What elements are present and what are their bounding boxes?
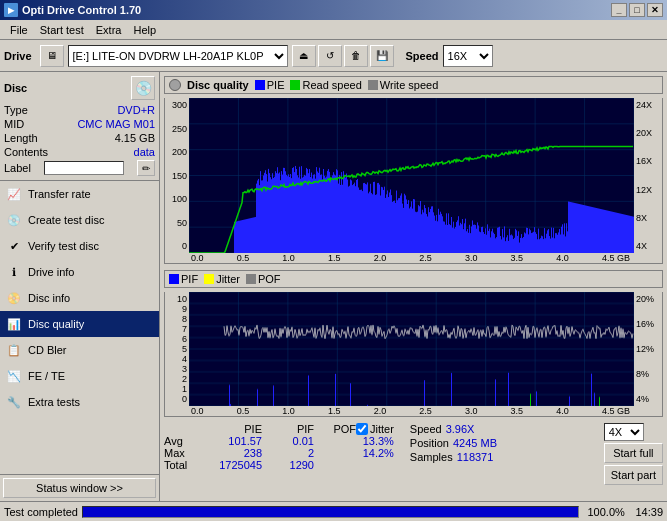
stats-total-label: Total	[164, 459, 200, 471]
legend-write-speed-color	[368, 80, 378, 90]
titlebar: ▶ Opti Drive Control 1.70 _ □ ✕	[0, 0, 667, 20]
nav-create-test-disc-label: Create test disc	[28, 214, 104, 226]
mid-value: CMC MAG M01	[77, 118, 155, 130]
refresh-button[interactable]: ↺	[318, 45, 342, 67]
nav-drive-info-label: Drive info	[28, 266, 74, 278]
nav-disc-info-label: Disc info	[28, 292, 70, 304]
minimize-button[interactable]: _	[611, 3, 627, 17]
type-label: Type	[4, 104, 28, 116]
nav-fe-te[interactable]: 📉 FE / TE	[0, 363, 159, 389]
nav-extra-tests[interactable]: 🔧 Extra tests	[0, 389, 159, 415]
verify-test-disc-icon: ✔	[6, 238, 22, 254]
stats-avg-pie: 101.57	[200, 435, 262, 447]
legend-pie-color	[255, 80, 265, 90]
status-text: Test completed	[4, 506, 78, 518]
legend2-jitter-color	[204, 274, 214, 284]
app-title: Opti Drive Control 1.70	[22, 4, 141, 16]
close-button[interactable]: ✕	[647, 3, 663, 17]
stats-avg-row: Avg 101.57 0.01 13.3%	[164, 435, 394, 447]
eject-button[interactable]: ⏏	[292, 45, 316, 67]
start-full-button[interactable]: Start full	[604, 443, 663, 463]
legend-read-speed: Read speed	[290, 79, 361, 91]
drivebar: Drive 🖥 [E:] LITE-ON DVDRW LH-20A1P KL0P…	[0, 40, 667, 72]
length-label: Length	[4, 132, 38, 144]
status-window-btn[interactable]: Status window >>	[3, 478, 156, 498]
legend2-jitter: Jitter	[204, 273, 240, 285]
label-btn[interactable]: ✏	[137, 160, 155, 176]
stats-max-pof	[314, 447, 356, 459]
status-time: 14:39	[635, 506, 663, 518]
contents-value: data	[134, 146, 155, 158]
nav-fe-te-label: FE / TE	[28, 370, 65, 382]
maximize-button[interactable]: □	[629, 3, 645, 17]
fe-te-icon: 📉	[6, 368, 22, 384]
app-icon: ▶	[4, 3, 18, 17]
stats-total-pof	[314, 459, 356, 471]
chart2-xaxis: 0.00.51.01.52.02.53.03.54.04.5 GB	[191, 406, 630, 416]
drive-info-icon: ℹ	[6, 264, 22, 280]
stats-max-pie: 238	[200, 447, 262, 459]
stats-max-label: Max	[164, 447, 200, 459]
nav-transfer-rate[interactable]: 📈 Transfer rate	[0, 181, 159, 207]
chart1-yaxis-left: 300250200150100500	[165, 98, 189, 253]
cd-bler-icon: 📋	[6, 342, 22, 358]
nav-create-test-disc[interactable]: 💿 Create test disc	[0, 207, 159, 233]
stats-header-pie: PIE	[200, 423, 262, 435]
stats-total-jitter	[356, 459, 394, 471]
chart1-canvas	[189, 98, 634, 253]
stats-total-pie: 1725045	[200, 459, 262, 471]
save-button[interactable]: 💾	[370, 45, 394, 67]
nav-cd-bler[interactable]: 📋 CD Bler	[0, 337, 159, 363]
speed-select[interactable]: 16X	[443, 45, 493, 67]
speed-row: Speed 3.96X	[410, 423, 497, 435]
status-progress-fill	[83, 507, 578, 517]
clear-button[interactable]: 🗑	[344, 45, 368, 67]
label-label: Label	[4, 162, 31, 174]
nav-disc-quality-label: Disc quality	[28, 318, 84, 330]
legend-write-speed: Write speed	[368, 79, 439, 91]
statusbar: Test completed 100.0% 14:39	[0, 501, 667, 521]
start-part-button[interactable]: Start part	[604, 465, 663, 485]
status-percent: 100.0%	[587, 506, 627, 518]
drive-select[interactable]: [E:] LITE-ON DVDRW LH-20A1P KL0P	[68, 45, 288, 67]
chart2-canvas	[189, 292, 634, 406]
position-label: Position	[410, 437, 449, 449]
legend-pie: PIE	[255, 79, 285, 91]
stats-header-pif: PIF	[262, 423, 314, 435]
stats-avg-pof	[314, 435, 356, 447]
stats-table: PIE PIF POF Jitter Avg	[164, 423, 394, 471]
menu-file[interactable]: File	[4, 22, 34, 38]
stats-avg-jitter: 13.3%	[356, 435, 394, 447]
nav-verify-test-disc[interactable]: ✔ Verify test disc	[0, 233, 159, 259]
stats-header-pof: POF	[314, 423, 356, 435]
chart1-icon	[169, 79, 181, 91]
nav-disc-quality[interactable]: 📊 Disc quality	[0, 311, 159, 337]
nav-verify-test-disc-label: Verify test disc	[28, 240, 99, 252]
drive-icon-btn[interactable]: 🖥	[40, 45, 64, 67]
stats-max-row: Max 238 2 14.2%	[164, 447, 394, 459]
nav-cd-bler-label: CD Bler	[28, 344, 67, 356]
left-panel: Disc 💿 Type DVD+R MID CMC MAG M01 Length…	[0, 72, 160, 501]
speed-label2: Speed	[410, 423, 442, 435]
stats-avg-pif: 0.01	[262, 435, 314, 447]
menu-help[interactable]: Help	[127, 22, 162, 38]
nav-menu: 📈 Transfer rate 💿 Create test disc ✔ Ver…	[0, 181, 159, 474]
menu-extra[interactable]: Extra	[90, 22, 128, 38]
label-input[interactable]	[44, 161, 124, 175]
position-row: Position 4245 MB	[410, 437, 497, 449]
disc-icon-btn[interactable]: 💿	[131, 76, 155, 100]
speed-label: Speed	[406, 50, 439, 62]
quality-speed-select[interactable]: 4X	[604, 423, 644, 441]
nav-disc-info[interactable]: 📀 Disc info	[0, 285, 159, 311]
jitter-checkbox[interactable]	[356, 423, 368, 435]
status-progress-bg	[82, 506, 579, 518]
disc-section: Disc 💿 Type DVD+R MID CMC MAG M01 Length…	[0, 72, 159, 181]
nav-drive-info[interactable]: ℹ Drive info	[0, 259, 159, 285]
position-value: 4245 MB	[453, 437, 497, 449]
right-content: Disc quality PIE Read speed Write speed …	[160, 72, 667, 501]
stats-max-pif: 2	[262, 447, 314, 459]
drive-label: Drive	[4, 50, 32, 62]
chart1-xaxis: 0.00.51.01.52.02.53.03.54.04.5 GB	[191, 253, 630, 263]
menu-start-test[interactable]: Start test	[34, 22, 90, 38]
transfer-rate-icon: 📈	[6, 186, 22, 202]
